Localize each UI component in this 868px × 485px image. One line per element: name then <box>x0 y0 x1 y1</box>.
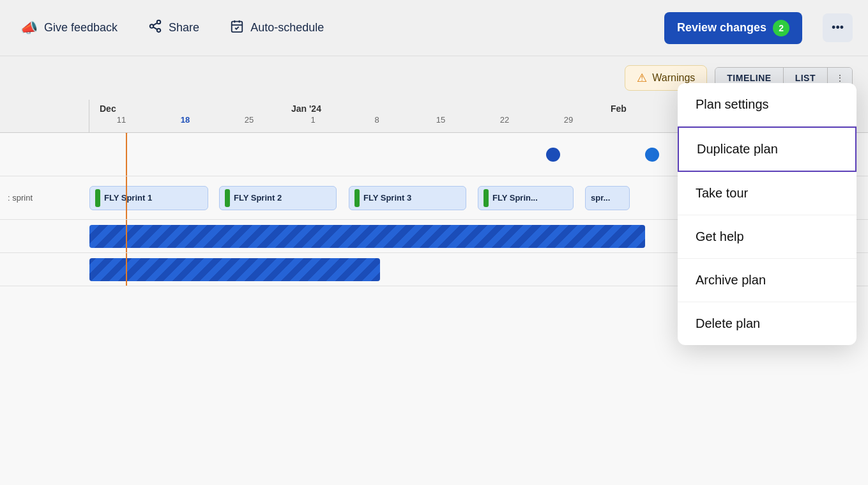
share-button[interactable]: Share <box>143 15 204 41</box>
svg-rect-5 <box>232 21 243 31</box>
milestone-dot-2 <box>645 148 659 162</box>
sprint-row-label: : sprint <box>0 193 89 203</box>
archive-plan-label: Archive plan <box>696 273 766 288</box>
sprint-bar-4[interactable]: FLY Sprin... <box>478 186 574 210</box>
plan-settings-label: Plan settings <box>696 97 769 112</box>
menu-item-archive-plan[interactable]: Archive plan <box>678 259 857 302</box>
sprint-bar-3[interactable]: FLY Sprint 3 <box>349 186 466 210</box>
dropdown-menu: Plan settings Duplicate plan Take tour G… <box>678 83 857 345</box>
svg-line-3 <box>153 27 157 29</box>
sprint-5-label: spr... <box>591 193 610 203</box>
sprint-dot-3 <box>354 189 360 207</box>
svg-line-4 <box>153 22 157 25</box>
menu-item-duplicate-plan[interactable]: Duplicate plan <box>678 127 857 172</box>
today-marker <box>121 133 132 134</box>
more-options-button[interactable]: ••• <box>823 13 853 42</box>
sprint-dot-4 <box>483 189 489 207</box>
month-jan: Jan '24 <box>281 100 600 115</box>
warning-icon: ⚠ <box>637 71 647 85</box>
date-11: 11 <box>89 115 153 127</box>
give-feedback-label: Give feedback <box>44 21 118 35</box>
main-toolbar: 📣 Give feedback Share Auto-schedule Revi… <box>0 0 868 56</box>
warnings-label: Warnings <box>652 72 695 84</box>
get-help-label: Get help <box>696 229 744 244</box>
sprint-2-label: FLY Sprint 2 <box>234 193 282 203</box>
ellipsis-icon: ••• <box>832 21 844 35</box>
today-line-blue2 <box>126 253 127 286</box>
menu-item-plan-settings[interactable]: Plan settings <box>678 83 857 127</box>
sprint-3-label: FLY Sprint 3 <box>363 193 411 203</box>
milestone-dot <box>546 148 560 162</box>
svg-point-1 <box>150 24 154 28</box>
delete-plan-label: Delete plan <box>696 316 760 331</box>
sprint-bar-5[interactable]: spr... <box>585 186 630 210</box>
review-changes-label: Review changes <box>677 21 766 35</box>
sprint-4-label: FLY Sprin... <box>492 193 538 203</box>
megaphone-icon: 📣 <box>20 20 38 36</box>
svg-point-0 <box>157 20 161 23</box>
blue-stripe-bar-1 <box>89 225 645 248</box>
menu-item-get-help[interactable]: Get help <box>678 215 857 259</box>
review-changes-button[interactable]: Review changes 2 <box>664 12 802 44</box>
give-feedback-button[interactable]: 📣 Give feedback <box>15 16 123 40</box>
blue-stripe-bar-2 <box>89 258 380 281</box>
today-line <box>126 133 127 176</box>
date-15: 15 <box>409 115 473 127</box>
month-feb: Feb <box>600 100 664 115</box>
review-badge: 2 <box>773 20 789 36</box>
auto-schedule-label: Auto-schedule <box>250 21 324 35</box>
date-8: 8 <box>345 115 409 127</box>
calendar-icon <box>230 19 244 37</box>
today-line-blue1 <box>126 220 127 252</box>
sprint-bar-2[interactable]: FLY Sprint 2 <box>219 186 337 210</box>
menu-item-take-tour[interactable]: Take tour <box>678 172 857 215</box>
take-tour-label: Take tour <box>696 186 748 201</box>
sprint-dot-2 <box>225 189 230 207</box>
sprint-bar-1[interactable]: FLY Sprint 1 <box>89 186 208 210</box>
date-feb <box>600 115 664 118</box>
date-25: 25 <box>217 115 281 127</box>
share-label: Share <box>169 21 199 35</box>
date-22: 22 <box>473 115 537 127</box>
sprint-dot-1 <box>95 189 100 207</box>
svg-point-2 <box>157 28 161 31</box>
menu-item-delete-plan[interactable]: Delete plan <box>678 302 857 345</box>
share-icon <box>148 19 162 37</box>
auto-schedule-button[interactable]: Auto-schedule <box>225 15 329 41</box>
more-tab-icon: ⋮ <box>835 73 844 83</box>
month-dec: Dec <box>89 100 281 115</box>
today-line-sprint <box>126 176 127 219</box>
date-29: 29 <box>537 115 600 127</box>
duplicate-plan-label: Duplicate plan <box>697 142 778 157</box>
date-18: 18 <box>153 115 217 127</box>
sprint-1-label: FLY Sprint 1 <box>104 193 152 203</box>
date-1: 1 <box>281 115 345 127</box>
